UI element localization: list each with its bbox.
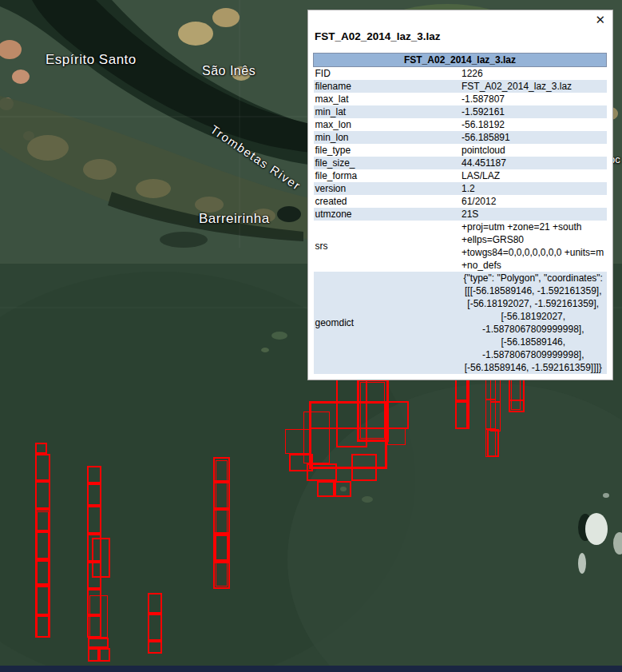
attribute-key: min_lon <box>314 131 461 144</box>
attribute-row: srs+proj=utm +zone=21 +south +ellps=GRS8… <box>314 221 607 272</box>
lidar-tile-footprint[interactable] <box>87 506 101 534</box>
lidar-tile-footprint[interactable] <box>317 481 335 497</box>
lidar-tile-footprint[interactable] <box>148 614 162 641</box>
lidar-tile-footprint[interactable] <box>487 429 499 457</box>
lidar-tile-footprint[interactable] <box>511 376 521 410</box>
attribute-key: srs <box>314 221 461 272</box>
lidar-tile-footprint[interactable] <box>148 593 162 614</box>
attribute-value: 1.2 <box>460 182 607 195</box>
lidar-tile-footprint[interactable] <box>35 615 50 638</box>
lidar-tile-footprint[interactable] <box>87 466 101 483</box>
lidar-tile-footprint[interactable] <box>335 481 351 497</box>
attribute-row: file_typepointcloud <box>314 144 607 157</box>
attribute-table: FST_A02_2014_laz_3.laz FID1226filenameFS… <box>313 53 607 374</box>
attribute-key: created <box>314 195 461 208</box>
attribute-value: LAS/LAZ <box>460 169 607 182</box>
attribute-key: max_lat <box>314 93 461 105</box>
attribute-row: min_lat-1.592161 <box>314 105 607 118</box>
attribute-value: -56.18192 <box>460 118 607 131</box>
lidar-tile-footprint[interactable] <box>87 483 101 506</box>
lidar-tile-footprint[interactable] <box>35 586 50 615</box>
attribute-key: filename <box>314 80 461 93</box>
lidar-tile-footprint[interactable] <box>88 648 99 662</box>
lidar-tile-footprint[interactable] <box>87 562 101 589</box>
attribute-value: FST_A02_2014_laz_3.laz <box>460 80 607 93</box>
attribute-key: geomdict <box>314 272 461 374</box>
map-viewport[interactable]: Espírito SantoSão InêsTrombetas RiverBar… <box>0 0 622 672</box>
lidar-tile-footprint[interactable] <box>88 638 109 648</box>
attribute-value: 1226 <box>460 67 607 81</box>
lidar-tile-footprint[interactable] <box>99 648 110 662</box>
attribute-value: 21S <box>460 208 607 221</box>
attribute-row: file_formaLAS/LAZ <box>314 169 607 182</box>
attribute-key: file_type <box>314 144 461 157</box>
attribute-table-body: FID1226filenameFST_A02_2014_laz_3.lazmax… <box>314 67 607 375</box>
lidar-tile-footprint[interactable] <box>285 429 311 454</box>
attribute-value: -1.592161 <box>460 105 607 118</box>
attribute-value: pointcloud <box>460 144 607 157</box>
attribute-row: created61/2012 <box>314 195 607 208</box>
lidar-tile-footprint[interactable] <box>351 454 377 481</box>
popup-title: FST_A02_2014_laz_3.laz <box>315 30 607 42</box>
attribute-value: +proj=utm +zone=21 +south +ellps=GRS80 +… <box>460 221 607 272</box>
lidar-tile-footprint[interactable] <box>35 531 50 559</box>
attribute-row: max_lat-1.587807 <box>314 93 607 105</box>
lidar-tile-footprint[interactable] <box>490 402 501 431</box>
attribute-key: version <box>314 182 461 195</box>
attribute-value: {"type": "Polygon", "coordinates": [[[-5… <box>460 272 607 374</box>
attribute-value: -1.587807 <box>460 93 607 105</box>
popup-close-icon[interactable]: ✕ <box>595 14 605 26</box>
attribute-row: FID1226 <box>314 67 607 81</box>
feature-popup: ✕ FST_A02_2014_laz_3.laz FST_A02_2014_la… <box>307 10 613 380</box>
lidar-tile-footprint[interactable] <box>35 443 47 454</box>
attribute-value: 61/2012 <box>460 195 607 208</box>
attribute-key: utmzone <box>314 208 461 221</box>
lidar-tile-footprint[interactable] <box>35 481 50 509</box>
attribute-key: file_forma <box>314 169 461 182</box>
lidar-tile-footprint[interactable] <box>307 463 337 481</box>
attribute-row: geomdict{"type": "Polygon", "coordinates… <box>314 272 607 374</box>
lidar-tile-highlight[interactable] <box>509 400 525 401</box>
attribute-value: -56.185891 <box>460 131 607 144</box>
lidar-tile-footprint[interactable] <box>216 460 228 587</box>
attribute-row: utmzone21S <box>314 208 607 221</box>
lidar-tile-footprint[interactable] <box>35 454 50 481</box>
attribute-row: max_lon-56.18192 <box>314 118 607 131</box>
attribute-row: min_lon-56.185891 <box>314 131 607 144</box>
attribute-key: FID <box>314 67 461 81</box>
lidar-tile-footprint[interactable] <box>148 641 162 654</box>
lidar-tile-footprint[interactable] <box>35 559 50 586</box>
attribute-row: version1.2 <box>314 182 607 195</box>
lidar-tile-footprint[interactable] <box>387 427 406 445</box>
attribute-key: max_lon <box>314 118 461 131</box>
attribute-key: min_lat <box>314 105 461 118</box>
attribute-row: file_size_44.451187 <box>314 157 607 169</box>
attribute-row: filenameFST_A02_2014_laz_3.laz <box>314 80 607 93</box>
attribute-value: 44.451187 <box>460 157 607 169</box>
bottom-bar <box>0 666 622 672</box>
attribute-table-header: FST_A02_2014_laz_3.laz <box>314 54 607 67</box>
attribute-key: file_size_ <box>314 157 461 169</box>
lidar-tile-footprint[interactable] <box>87 615 101 638</box>
